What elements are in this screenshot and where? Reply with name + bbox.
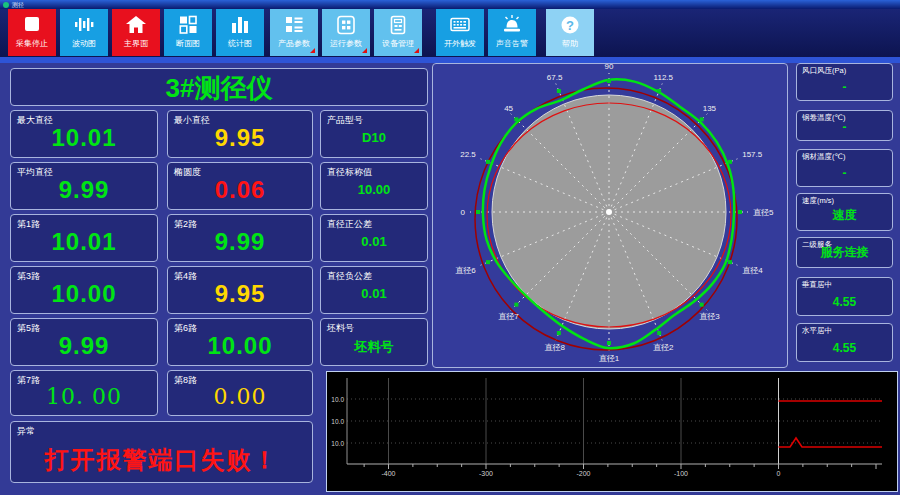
metric-value: 0.06 [168,176,312,204]
gauge-title: 3#测径仪 [11,69,427,107]
btn-ext-trigger[interactable]: 开外触发 [436,9,484,56]
polar-axis-label: 直径8 [544,343,565,352]
question-icon: ? [558,14,582,36]
metric-value: 坯料号 [321,338,427,356]
btn-section-chart[interactable]: 断面图 [164,9,212,56]
metric-ch1: 第1路 10.01 [10,214,158,262]
metric-product-model: 产品型号 D10 [320,110,428,158]
alarm-panel: 异常 打开报警端口失败！ [10,421,313,483]
polar-axis-label: 45 [504,104,513,113]
btn-capture-stop[interactable]: 采集停止 [8,9,56,56]
spoke-end-marker [476,210,480,214]
trend-chart-svg: 10.010.010.0-400-300-200-1000 [327,372,897,491]
metric-value: 10.00 [321,182,427,197]
metric-plus-tolerance: 直径正公差 0.01 [320,214,428,262]
polar-axis-label: 直径2 [653,343,674,352]
metric-ch3: 第3路 10.00 [10,266,158,314]
red-corner-mark [310,48,315,53]
metric-value: 9.95 [168,280,312,308]
metric-value: 10. 00 [11,384,157,409]
btn-wave-chart[interactable]: 波动图 [60,9,108,56]
spoke-end-marker [557,89,561,93]
spoke-end-marker [514,303,518,307]
btn-run-params[interactable]: 运行参数 [322,9,370,56]
polar-center-dot [606,209,612,215]
polar-axis-label: 直径6 [455,266,476,275]
metric-label: 坯料号 [327,322,354,335]
btn-label: 主界面 [124,39,148,48]
btn-label: 波动图 [72,39,96,48]
metric-value: 10.01 [11,228,157,256]
btn-help[interactable]: ? 帮助 [546,9,594,56]
trend-chart: 10.010.010.0-400-300-200-1000 [326,371,898,492]
polar-chart-svg: 022.54567.590112.5135157.5直径5直径4直径3直径2直径… [433,64,787,367]
metric-label: 直径标称值 [327,166,372,179]
keyboard-icon [448,14,472,36]
spoke-end-marker [514,117,518,121]
panel-vertical-center: 垂直居中 4.55 [796,277,893,316]
product-list-icon [282,14,306,36]
metric-ch6: 第6路 10.00 [167,318,313,366]
spoke-end-marker [607,341,611,345]
metric-avg-diameter: 平均直径 9.99 [10,162,158,210]
metric-label: 直径负公差 [327,270,372,283]
spoke-end-marker [486,260,490,264]
alarm-label: 异常 [17,425,35,438]
bar-chart-icon [228,14,252,36]
spoke-end-marker [657,331,661,335]
svg-text:?: ? [566,18,574,33]
panel-label: 速度(m/s) [802,196,834,206]
grid-settings-icon [334,14,358,36]
polar-axis-label: 0 [461,208,466,217]
y-tick-label: 10.0 [331,440,344,447]
spoke-end-marker [657,89,661,93]
panel-coil-temp: 钢卷温度(℃) - [796,110,893,141]
panel-value: - [797,166,892,180]
panel-wind-pressure: 风口风压(Pa) - [796,63,893,101]
titlebar: 测径 [0,0,900,9]
polar-axis-label: 直径7 [498,312,519,321]
metric-ch7: 第7路 10. 00 [10,370,158,416]
btn-label: 断面图 [176,39,200,48]
app-window: { "window": { "title": "测径" }, "theme": … [0,0,900,495]
polar-axis-label: 直径3 [699,312,720,321]
panel-label: 风口风压(Pa) [802,66,846,76]
metric-ovality: 椭圆度 0.06 [167,162,313,210]
metric-value: 9.99 [11,332,157,360]
metric-max-diameter: 最大直径 10.01 [10,110,158,158]
btn-label: 运行参数 [330,39,362,48]
polar-axis-label: 67.5 [547,73,563,82]
panel-value: 速度 [797,207,892,224]
btn-label: 帮助 [562,39,578,48]
metric-label: 产品型号 [327,114,363,127]
polar-axis-label: 直径4 [742,266,763,275]
gauge-title-panel: 3#测径仪 [10,68,428,106]
metric-value: 9.99 [168,228,312,256]
btn-device-mgmt[interactable]: 设备管理 [374,9,422,56]
btn-product-params[interactable]: 产品参数 [270,9,318,56]
polar-axis-label: 直径1 [599,354,620,363]
x-tick-label: 0 [777,470,781,477]
polar-axis-label: 112.5 [654,73,674,82]
metric-value: 0.01 [321,234,427,249]
btn-sound-alarm[interactable]: 声音告警 [488,9,536,56]
spoke-end-marker [728,160,732,164]
panel-value: 服务连接 [797,244,892,261]
polar-axis-label: 135 [703,104,717,113]
metric-value: D10 [321,130,427,145]
x-tick-label: -200 [576,470,590,477]
spoke-end-marker [738,210,742,214]
panel-value: 4.55 [797,341,892,355]
btn-main-screen[interactable]: 主界面 [112,9,160,56]
polar-axis-label: 157.5 [742,150,763,159]
lower-series-line [779,438,883,447]
metric-ch5: 第5路 9.99 [10,318,158,366]
panel-value: - [797,80,892,94]
metric-minus-tolerance: 直径负公差 0.01 [320,266,428,314]
btn-stats-chart[interactable]: 统计图 [216,9,264,56]
btn-label: 采集停止 [16,39,48,48]
metric-ch8: 第8路 0.00 [167,370,313,416]
metric-ch4: 第4路 9.95 [167,266,313,314]
panel-value: - [797,120,892,134]
spoke-end-marker [700,303,704,307]
